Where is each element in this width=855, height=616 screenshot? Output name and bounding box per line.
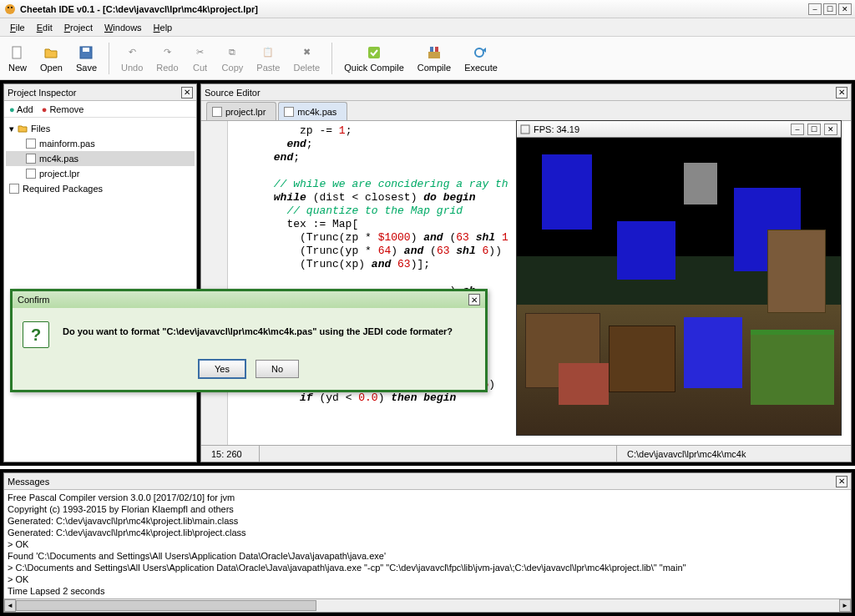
question-icon: ?	[23, 321, 49, 348]
project-tree: ▾Files mainform.pas mc4k.pas project.lpr…	[4, 118, 196, 199]
svg-rect-11	[521, 125, 529, 134]
project-inspector-panel: Project Inspector✕ ● Add ● Remove ▾Files…	[3, 83, 197, 462]
window-icon	[520, 124, 530, 134]
tree-file-item[interactable]: project.lpr	[6, 166, 195, 181]
message-line: Copyright (c) 1993-2015 by Florian Klaem…	[8, 503, 847, 515]
file-icon	[9, 184, 19, 194]
dialog-message: Do you want to format "C:\dev\javavcl\lp…	[63, 321, 453, 336]
svg-point-0	[5, 4, 15, 14]
execute-button[interactable]: Execute	[461, 43, 501, 74]
fps-title-text: FPS: 34.19	[534, 124, 787, 134]
dialog-titlebar[interactable]: Confirm✕	[13, 291, 485, 308]
folder-icon	[18, 124, 28, 134]
line-gutter	[201, 121, 228, 445]
file-path: C:\dev\javavcl\lpr\mc4k\mc4k	[617, 446, 851, 462]
scroll-right-icon[interactable]: ►	[839, 599, 851, 612]
tree-file-item[interactable]: mainform.pas	[6, 136, 195, 151]
messages-panel: Messages✕ Free Pascal Compiler version 3…	[3, 472, 852, 613]
svg-rect-9	[435, 47, 438, 52]
tree-required-node[interactable]: Required Packages	[6, 181, 195, 196]
svg-rect-7	[428, 52, 440, 58]
message-line: > OK	[8, 573, 847, 585]
expand-icon: ▾	[9, 124, 14, 134]
new-button[interactable]: New	[5, 43, 30, 74]
tree-files-node[interactable]: ▾Files	[6, 121, 195, 136]
menu-bar: File Edit Project Windows Help	[0, 18, 855, 37]
game-canvas[interactable]	[517, 138, 841, 435]
messages-close-icon[interactable]: ✕	[836, 476, 847, 487]
no-button[interactable]: No	[255, 360, 299, 378]
file-icon	[26, 169, 36, 179]
message-line: Free Pascal Compiler version 3.0.0 [2017…	[8, 492, 847, 503]
paste-button[interactable]: 📋Paste	[253, 43, 283, 74]
file-icon	[284, 107, 294, 117]
maximize-button[interactable]: ☐	[823, 3, 837, 15]
svg-rect-3	[13, 47, 21, 58]
file-icon	[26, 139, 36, 149]
menu-file[interactable]: File	[5, 20, 30, 35]
inspector-close-icon[interactable]: ✕	[181, 87, 193, 98]
editor-statusbar: 15: 260 C:\dev\javavcl\lpr\mc4k\mc4k	[201, 445, 851, 462]
copy-button[interactable]: ⧉Copy	[219, 43, 247, 74]
message-line: Found 'C:\Documents and Settings\All Use…	[8, 550, 847, 562]
fps-maximize-icon[interactable]: ☐	[807, 124, 821, 135]
fps-close-icon[interactable]: ✕	[824, 124, 837, 135]
svg-point-2	[11, 7, 13, 8]
main-titlebar: Cheetah IDE v0.1 - [C:\dev\javavcl\lpr\m…	[0, 0, 855, 18]
inspector-title: Project Inspector	[8, 88, 181, 98]
window-title: Cheetah IDE v0.1 - [C:\dev\javavcl\lpr\m…	[20, 4, 808, 14]
message-line: Generated: C:\dev\javavcl\lpr\mc4k\proje…	[8, 515, 847, 527]
messages-title: Messages	[8, 477, 836, 487]
message-line: Generated: C:\dev\javavcl\lpr\mc4k\proje…	[8, 527, 847, 538]
fps-titlebar[interactable]: FPS: 34.19 – ☐ ✕	[517, 121, 841, 138]
menu-windows[interactable]: Windows	[99, 20, 147, 35]
menu-help[interactable]: Help	[149, 20, 178, 35]
compile-button[interactable]: Compile	[414, 43, 454, 74]
tab-project-lpr[interactable]: project.lpr	[206, 102, 276, 120]
cut-button[interactable]: ✂Cut	[189, 43, 212, 74]
plus-icon: ●	[9, 104, 15, 114]
tab-mc4k-pas[interactable]: mc4k.pas	[278, 102, 347, 120]
messages-hscrollbar[interactable]: ◄ ►	[4, 598, 851, 612]
menu-project[interactable]: Project	[59, 20, 98, 35]
status-spacer	[260, 446, 617, 462]
fps-window[interactable]: FPS: 34.19 – ☐ ✕	[516, 120, 842, 436]
editor-close-icon[interactable]: ✕	[836, 87, 847, 98]
dialog-close-icon[interactable]: ✕	[468, 294, 480, 305]
cursor-position: 15: 260	[201, 446, 260, 462]
confirm-dialog: Confirm✕ ? Do you want to format "C:\dev…	[10, 289, 488, 392]
messages-body[interactable]: Free Pascal Compiler version 3.0.0 [2017…	[4, 490, 851, 598]
message-line: > OK	[8, 538, 847, 550]
save-button[interactable]: Save	[73, 43, 100, 74]
editor-title: Source Editor	[205, 88, 836, 98]
scroll-left-icon[interactable]: ◄	[4, 599, 16, 612]
editor-tabs: project.lpr mc4k.pas	[201, 101, 851, 121]
svg-point-1	[8, 7, 9, 8]
svg-point-10	[475, 48, 483, 57]
file-icon	[212, 107, 222, 117]
file-icon	[26, 154, 36, 164]
add-button[interactable]: ● Add	[9, 104, 33, 114]
delete-button[interactable]: ✖Delete	[290, 43, 323, 74]
quick-compile-button[interactable]: Quick Compile	[341, 43, 407, 74]
minimize-button[interactable]: –	[808, 3, 822, 15]
message-line: > C:\Documents and Settings\All Users\Ap…	[8, 562, 847, 573]
menu-edit[interactable]: Edit	[32, 20, 58, 35]
tree-file-item[interactable]: mc4k.pas	[6, 151, 195, 166]
undo-button[interactable]: ↶Undo	[118, 43, 146, 74]
remove-button[interactable]: ● Remove	[42, 104, 84, 114]
open-button[interactable]: Open	[37, 43, 66, 74]
message-line: Time Lapsed 2 seconds	[8, 585, 847, 597]
scroll-thumb[interactable]	[16, 600, 316, 611]
app-logo-icon	[3, 3, 17, 16]
close-button[interactable]: ✕	[838, 3, 852, 15]
yes-button[interactable]: Yes	[199, 360, 245, 378]
fps-minimize-icon[interactable]: –	[791, 124, 804, 135]
redo-button[interactable]: ↷Redo	[153, 43, 181, 74]
svg-rect-6	[368, 47, 380, 58]
svg-rect-5	[83, 48, 89, 52]
minus-icon: ●	[42, 104, 48, 114]
main-toolbar: New Open Save ↶Undo ↷Redo ✂Cut ⧉Copy 📋Pa…	[0, 37, 855, 80]
svg-rect-8	[430, 47, 433, 52]
